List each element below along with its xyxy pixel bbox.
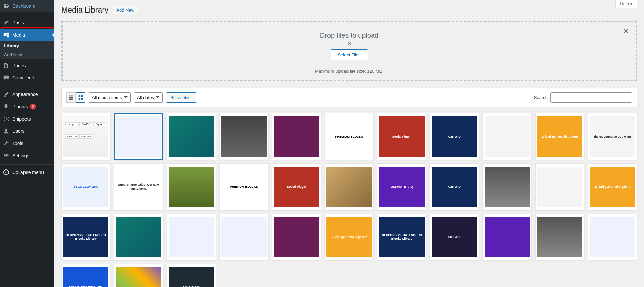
sidebar-label: Appearance [12, 92, 38, 97]
media-item[interactable] [482, 163, 532, 210]
media-type-filter[interactable]: All media items [89, 92, 131, 103]
media-thumbnail: 13.1K 12.2M 15K [63, 167, 108, 207]
media-icon [3, 32, 10, 38]
main-content: Help ▾ Media Library Add New ✕ Drop file… [54, 0, 644, 287]
media-item[interactable] [167, 113, 216, 160]
media-thumbnail: PREMIUM BLOCKS [221, 167, 267, 207]
sidebar-item-appearance[interactable]: Appearance [0, 88, 54, 101]
media-item[interactable]: GETWID [430, 113, 479, 160]
media-item[interactable] [535, 163, 584, 210]
media-item[interactable]: & lead gen emails galore [588, 163, 637, 210]
media-item[interactable] [482, 113, 532, 160]
media-item[interactable]: stripePayPalSquareamazonAfterpay [61, 113, 111, 160]
media-item[interactable]: & lead gen emails galore [535, 113, 584, 160]
media-item[interactable] [167, 214, 216, 261]
sidebar-item-tools[interactable]: Tools [0, 137, 54, 149]
sidebar-item-media[interactable]: Media [0, 29, 54, 41]
scissors-icon [3, 115, 10, 122]
sidebar-item-posts[interactable]: Posts [0, 17, 54, 29]
media-item[interactable]: GETWID [430, 214, 479, 261]
uploader-dropzone[interactable]: ✕ Drop files to upload or Select Files M… [61, 21, 637, 81]
media-thumbnail: PREMIUM BLOCKS [326, 116, 372, 157]
media-thumbnail: the eCommerce you want [590, 116, 635, 157]
media-thumbnail [116, 267, 161, 287]
list-icon [68, 94, 74, 101]
media-thumbnail [221, 116, 267, 157]
media-item[interactable] [114, 214, 163, 261]
sidebar-item-snippets[interactable]: Snippets [0, 113, 54, 125]
media-item[interactable]: Social Plugin [272, 163, 321, 210]
date-filter[interactable]: All dates [134, 92, 163, 103]
submenu-library[interactable]: Library [0, 41, 54, 50]
media-item[interactable] [167, 163, 216, 210]
uploader-or: or [69, 41, 629, 46]
media-item[interactable]: $10 $15 $20 [167, 264, 216, 287]
media-item[interactable] [482, 214, 532, 261]
media-item[interactable]: RESPONSIVE GUTENBERG Blocks Library [61, 214, 111, 261]
sidebar-label: Plugins [12, 104, 28, 109]
media-thumbnail: Social Plugin [379, 116, 424, 157]
sidebar-item-plugins[interactable]: Plugins 2 [0, 101, 54, 113]
close-uploader-icon[interactable]: ✕ [623, 27, 629, 36]
sliders-icon [3, 152, 10, 159]
media-thumbnail [274, 116, 319, 157]
media-thumbnail: & lead gen emails galore [326, 217, 372, 257]
media-item[interactable]: PREMIUM BLOCKS [325, 113, 374, 160]
media-item[interactable] [272, 214, 321, 261]
media-item[interactable] [325, 163, 374, 210]
plug-icon [3, 103, 10, 110]
sidebar-item-pages[interactable]: Pages [0, 59, 54, 72]
media-item[interactable]: 13.1K 12.2M 15K [61, 163, 111, 210]
media-item[interactable] [588, 214, 637, 261]
media-item[interactable] [114, 113, 163, 160]
media-item[interactable]: SOUND-PRO TWS AIR1 [61, 264, 111, 287]
media-item[interactable] [535, 214, 584, 261]
sidebar-item-dashboard[interactable]: Dashboard [0, 0, 54, 12]
sidebar-collapse[interactable]: Collapse menu [0, 166, 54, 178]
media-thumbnail: SOUND-PRO TWS AIR1 [63, 267, 108, 287]
search-input[interactable] [550, 92, 632, 103]
select-files-button[interactable]: Select Files [331, 49, 368, 60]
submenu-add-new[interactable]: Add New [0, 50, 54, 59]
media-thumbnail [116, 217, 161, 257]
media-item[interactable]: ULTIMATE FAQ [377, 163, 426, 210]
media-thumbnail: RESPONSIVE GUTENBERG Blocks Library [379, 217, 424, 257]
media-item[interactable] [219, 214, 269, 261]
media-item[interactable] [114, 264, 163, 287]
add-new-button[interactable]: Add New [113, 6, 138, 14]
sidebar-item-comments[interactable]: Comments [0, 72, 54, 84]
media-thumbnail: & lead gen emails galore [590, 167, 635, 207]
media-thumbnail: GETWID [432, 217, 477, 257]
sidebar-label: Comments [12, 75, 35, 80]
media-submenu: Library Add New [0, 41, 54, 59]
users-icon [3, 128, 10, 134]
media-thumbnail: & lead gen emails galore [537, 116, 582, 157]
bulk-select-button[interactable]: Bulk select [166, 92, 196, 103]
media-toolbar: All media items All dates Bulk select Se… [61, 88, 637, 107]
media-item[interactable] [272, 113, 321, 160]
upload-max: Maximum upload file size: 120 MB. [69, 69, 629, 74]
media-item[interactable]: & lead gen emails galore [325, 214, 374, 261]
page-title: Media Library [61, 5, 108, 15]
media-item[interactable]: GETWID [430, 163, 479, 210]
media-thumbnail [590, 217, 635, 257]
media-item[interactable] [219, 113, 269, 160]
chevron-down-icon: ▾ [630, 1, 633, 6]
dashboard-icon [3, 3, 10, 10]
media-thumbnail [485, 167, 530, 207]
list-view-button[interactable] [66, 92, 76, 103]
sidebar-label: Settings [12, 153, 30, 158]
media-item[interactable]: Social Plugin [377, 113, 426, 160]
help-tab[interactable]: Help ▾ [615, 0, 637, 8]
media-item[interactable]: RESPONSIVE GUTENBERG Blocks Library [377, 214, 426, 261]
sidebar-item-settings[interactable]: Settings [0, 149, 54, 162]
grid-view-button[interactable] [76, 92, 85, 103]
media-thumbnail [116, 116, 161, 157]
media-item[interactable]: the eCommerce you want [588, 113, 637, 160]
uploader-title: Drop files to upload [69, 32, 629, 39]
media-thumbnail: Supercharge sales. Get new customers. [116, 167, 161, 207]
media-item[interactable]: Supercharge sales. Get new customers. [114, 163, 163, 210]
media-item[interactable]: PREMIUM BLOCKS [219, 163, 269, 210]
media-thumbnail: stripePayPalSquareamazonAfterpay [63, 116, 108, 157]
sidebar-item-users[interactable]: Users [0, 125, 54, 137]
